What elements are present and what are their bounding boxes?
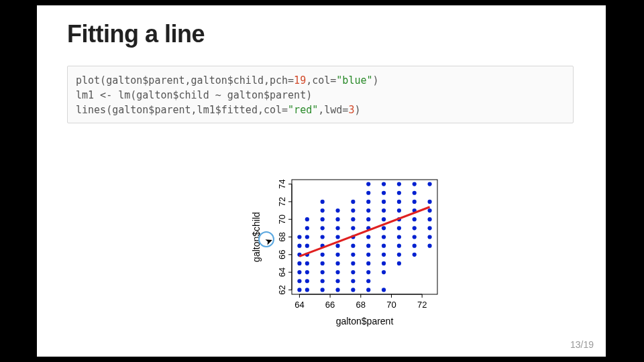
svg-point-30 [297,279,301,283]
svg-point-82 [366,244,370,248]
svg-point-78 [366,279,370,283]
svg-point-120 [413,182,417,186]
svg-point-58 [335,270,339,274]
svg-point-126 [427,200,431,204]
svg-point-105 [397,235,401,239]
svg-text:70: 70 [277,215,287,224]
svg-point-87 [366,200,370,204]
svg-point-55 [321,200,325,204]
svg-point-86 [366,208,370,213]
svg-point-64 [335,217,339,221]
svg-point-101 [382,182,386,186]
svg-point-65 [335,208,339,213]
svg-point-37 [305,279,309,283]
svg-text:66: 66 [325,300,335,310]
svg-text:68: 68 [356,300,366,310]
chart-svg: 646668707262646668707274galton$parentgal… [215,170,443,344]
svg-point-70 [351,253,355,257]
svg-point-110 [397,191,401,195]
svg-point-68 [351,270,355,274]
svg-point-75 [351,208,355,213]
svg-point-62 [335,235,339,239]
svg-point-99 [382,200,386,204]
svg-point-80 [366,261,370,265]
svg-point-115 [413,226,417,230]
svg-point-94 [382,244,386,248]
svg-point-102 [397,261,401,265]
svg-text:64: 64 [277,267,287,277]
svg-point-34 [297,244,301,248]
svg-point-61 [335,244,339,248]
slide: Fitting a line plot(galton$parent,galton… [37,5,606,357]
svg-point-44 [305,217,309,221]
svg-point-125 [427,208,431,213]
svg-point-93 [382,253,386,257]
svg-point-39 [305,261,309,265]
svg-text:74: 74 [277,179,287,188]
svg-point-116 [413,217,417,221]
svg-point-69 [351,261,355,265]
slide-title: Fitting a line [67,20,205,48]
svg-point-57 [335,279,339,283]
svg-point-31 [297,270,301,274]
svg-point-96 [382,226,386,230]
svg-point-88 [366,191,370,195]
svg-point-100 [382,191,386,195]
svg-point-89 [366,182,370,186]
svg-text:64: 64 [294,300,304,310]
svg-point-73 [351,226,355,230]
svg-point-97 [382,217,386,221]
svg-point-121 [427,244,431,248]
svg-line-128 [299,207,429,257]
svg-point-111 [397,182,401,186]
svg-text:68: 68 [277,232,287,241]
svg-point-67 [351,279,355,283]
svg-point-51 [321,235,325,239]
page-number: 13/19 [570,339,594,350]
svg-point-42 [305,235,309,239]
svg-point-90 [382,288,386,292]
svg-text:70: 70 [386,300,396,310]
svg-point-122 [427,235,431,239]
svg-point-98 [382,208,386,213]
code-line-1: plot(galton$parent,galton$child,pch=19,c… [76,73,565,88]
svg-point-48 [321,261,325,265]
svg-point-45 [321,288,325,292]
svg-point-49 [321,253,325,257]
svg-point-46 [321,279,325,283]
svg-point-83 [366,235,370,239]
svg-text:galton$parent: galton$parent [336,316,394,326]
svg-point-74 [351,217,355,221]
svg-point-77 [366,288,370,292]
svg-text:72: 72 [277,197,287,206]
svg-point-91 [382,270,386,274]
code-line-3: lines(galton$parent,lm1$fitted,col="red"… [76,103,565,117]
svg-point-124 [427,217,431,221]
code-block: plot(galton$parent,galton$child,pch=19,c… [67,66,574,123]
svg-point-104 [397,244,401,248]
svg-point-119 [413,191,417,195]
svg-point-79 [366,270,370,274]
svg-point-66 [351,288,355,292]
svg-point-108 [397,208,401,213]
scatter-plot: 646668707262646668707274galton$parentgal… [215,170,443,344]
svg-point-54 [321,208,325,213]
svg-point-52 [321,226,325,230]
svg-point-123 [427,226,431,230]
svg-point-95 [382,235,386,239]
svg-point-41 [305,244,309,248]
svg-point-63 [335,226,339,230]
svg-point-103 [397,253,401,257]
svg-point-118 [413,200,417,204]
svg-text:66: 66 [277,250,287,259]
svg-point-76 [351,200,355,204]
svg-point-29 [297,288,301,292]
svg-point-53 [321,217,325,221]
svg-point-112 [413,253,417,257]
svg-point-92 [382,261,386,265]
svg-point-43 [305,226,309,230]
svg-text:galton$child: galton$child [251,212,262,262]
svg-point-127 [427,182,431,186]
svg-text:72: 72 [417,300,427,310]
svg-point-32 [297,261,301,265]
